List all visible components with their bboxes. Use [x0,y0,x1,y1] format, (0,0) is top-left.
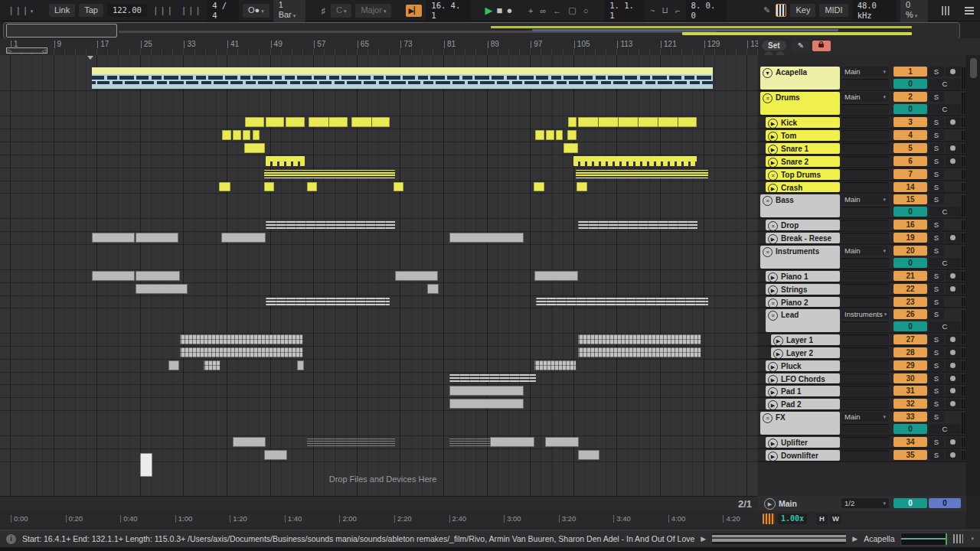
clip-kick-3[interactable] [309,117,348,127]
track-header-kick[interactable]: ▶Kick3S [758,116,966,129]
record-button[interactable]: ● [506,5,512,16]
routing-selector-drums[interactable]: Main▾ [841,92,889,102]
play-icon[interactable]: ▶ [768,132,778,142]
track-name-cell-drums[interactable]: ≡Drums [760,92,840,115]
track-number-kick[interactable]: 3 [893,117,927,127]
group-icon[interactable]: ≡ [763,93,773,103]
track-name-cell-uplifter[interactable]: ▶Uplifter [766,437,840,448]
track-header-layer-2[interactable]: ▶Layer 228S [758,347,966,360]
lane-snare-2[interactable] [0,155,758,168]
arm-button-pad-2[interactable] [946,399,961,409]
solo-button-uplifter[interactable]: S [929,437,944,447]
groove-selector[interactable]: O●▾ [243,4,270,18]
track-name-cell-bass[interactable]: ≡Bass [760,194,840,217]
clip-tom-7[interactable] [567,130,577,140]
play-icon[interactable]: ▶ [768,387,778,397]
track-number-top-drums[interactable]: 7 [893,169,927,179]
track-number-strings[interactable]: 22 [893,284,927,294]
key-map-button[interactable]: Key [790,4,815,17]
clip-break-reese-0[interactable] [92,233,135,243]
track-name-cell-lead[interactable]: ≡Lead [766,309,840,332]
crossfade-button-instruments[interactable]: C [929,258,961,268]
clip-break-reese-1[interactable] [136,233,178,243]
solo-button-top-drums[interactable]: S [929,169,944,179]
arm-button-uplifter[interactable] [946,437,961,447]
solo-button-drop[interactable]: S [929,220,944,230]
track-name-cell-piano-1[interactable]: ▶Piano 1 [766,271,840,282]
track-header-bass[interactable]: ≡BassMain▾0C15S [758,194,966,219]
arm-button-pluck[interactable] [946,360,961,370]
track-number-piano-1[interactable]: 21 [893,271,927,281]
track-name-cell-piano-2[interactable]: ≡Piano 2 [766,297,840,307]
play-icon[interactable]: ▶ [768,119,778,129]
track-number-crash[interactable]: 14 [893,182,927,192]
routing-selector-lead[interactable]: Instruments▾ [841,309,889,319]
arm-button-snare-2[interactable] [946,156,961,166]
clip-strings-0[interactable] [136,284,188,294]
arm-button-layer-2[interactable] [946,347,961,357]
track-name-cell-top-drums[interactable]: ≡Top Drums [766,169,840,180]
lane-drums[interactable] [0,91,758,116]
clip-tom-2[interactable] [243,130,250,140]
nudge-down-icon[interactable]: ❘❘❘ [151,5,175,15]
arrangement-position-field[interactable]: 16. 4. 1 [426,0,470,22]
track-header-layer-1[interactable]: ▶Layer 127S [758,334,966,347]
clip-piano-1-3[interactable] [534,271,578,281]
lane-uplifter[interactable] [0,436,758,449]
solo-button-crash[interactable]: S [929,182,944,192]
send-value-lead[interactable]: 0 [893,321,927,331]
clip-tom-0[interactable] [222,130,231,140]
lane-drop[interactable] [0,219,758,232]
clip-crash-4[interactable] [534,182,544,191]
play-icon[interactable]: ▶ [773,349,783,359]
lane-lfo-chords[interactable] [0,373,758,385]
link-button[interactable]: Link [49,4,75,17]
clip-tom-1[interactable] [233,130,241,140]
new-midi-icon[interactable]: + [527,6,534,15]
clip-layer-1-0[interactable] [180,334,303,344]
solo-button-piano-2[interactable]: S [929,297,944,307]
clip-strings-1[interactable] [427,284,439,294]
track-header-pad-1[interactable]: ▶Pad 131S [758,385,966,398]
clip-uplifter-0[interactable] [233,437,266,447]
lock-envelopes-button[interactable] [812,41,831,51]
track-header-instruments[interactable]: ≡InstrumentsMain▾0C20S [758,245,966,270]
mixer-caret-icon[interactable]: ▾ [971,536,974,542]
clip-lfo-chords-0[interactable] [449,374,536,382]
track-header-piano-2[interactable]: ≡Piano 223S [758,296,966,308]
audition-waveform-icon[interactable] [763,514,775,524]
lane-crash[interactable] [0,181,758,194]
set-locator-button[interactable]: Set [762,41,786,51]
play-icon[interactable]: ▶ [768,184,778,194]
loop-icon[interactable]: ⊔ [661,5,671,15]
track-number-pad-1[interactable]: 31 [893,386,927,396]
lane-instruments[interactable] [0,245,758,270]
arm-button-piano-1[interactable] [946,271,961,281]
crossfade-button-acapella[interactable]: C [929,79,961,89]
clip-downlifter-1[interactable] [578,450,599,460]
clip-kick-2[interactable] [286,117,305,127]
clip-crash-3[interactable] [394,182,403,191]
track-name-cell-kick[interactable]: ▶Kick [766,117,840,128]
clip-play-icon[interactable]: ▶ [852,535,858,543]
clip-snare-2-0[interactable] [266,156,305,166]
send-value-bass[interactable]: 0 [893,207,927,217]
play-icon[interactable]: ▶ [768,158,778,168]
floating-clip[interactable] [140,453,152,477]
key-root-selector[interactable]: C▾ [331,4,351,18]
track-number-downlifter[interactable]: 35 [893,450,927,460]
group-icon[interactable]: ≡ [768,221,778,231]
fade-icon[interactable]: ~ [648,6,656,15]
clip-layer-2-1[interactable] [578,347,701,357]
arm-button-lfo-chords[interactable] [946,373,961,383]
solo-button-break-reese[interactable]: S [929,233,944,243]
routing-selector-bass[interactable]: Main▾ [841,194,889,204]
solo-button-pad-2[interactable]: S [929,399,944,409]
solo-button-tom[interactable]: S [929,130,944,140]
clip-downlifter-0[interactable] [264,450,287,460]
clip-drop-0[interactable] [266,220,395,229]
track-name-cell-snare-2[interactable]: ▶Snare 2 [766,156,840,167]
track-header-drop[interactable]: ≡Drop16S [758,219,966,232]
track-header-fx[interactable]: ≡FXMain▾0C33S [758,411,966,436]
track-header-lfo-chords[interactable]: ▶LFO Chords30S [758,373,966,385]
